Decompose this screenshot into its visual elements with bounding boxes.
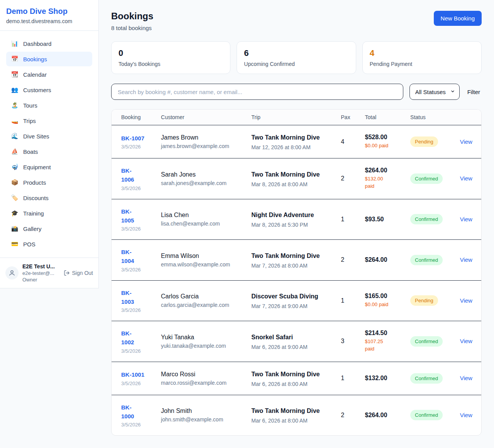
user-role: Owner (22, 277, 60, 283)
sign-out-label: Sign Out (72, 270, 93, 276)
sidebar-item-products[interactable]: 📦Products (6, 175, 92, 190)
trip-name: Night Dive Adventure (251, 211, 320, 220)
trip-cell: Two Tank Morning Dive Mar 7, 2026 at 8:0… (245, 240, 335, 281)
trip-cell: Discover Scuba Diving Mar 7, 2026 at 9:0… (245, 280, 335, 321)
sidebar-item-dive-sites[interactable]: 🌊Dive Sites (6, 129, 92, 143)
boats-icon: ⛵ (11, 148, 19, 155)
customer-cell: Sarah Jones sarah.jones@example.com (155, 158, 245, 199)
discounts-icon: 🏷️ (11, 194, 19, 201)
booking-date: 3/5/2026 (121, 144, 149, 150)
sidebar-item-equipment[interactable]: 🤿Equipment (6, 160, 92, 174)
status-cell: Confirmed (404, 158, 454, 199)
sidebar-item-discounts[interactable]: 🏷️Discounts (6, 190, 92, 205)
sidebar-item-label: Bookings (23, 56, 47, 62)
view-cell: View (454, 158, 481, 199)
view-link[interactable]: View (460, 412, 472, 418)
total-amount: $93.50 (365, 216, 398, 223)
column-header-status: Status (404, 109, 454, 125)
filter-button[interactable]: Filter (466, 86, 482, 98)
customer-email: lisa.chen@example.com (161, 221, 239, 227)
sidebar-item-boats[interactable]: ⛵Boats (6, 144, 92, 159)
booking-id-link[interactable]: BK-1004 (121, 248, 138, 266)
sidebar-item-training[interactable]: 🎓Training (6, 206, 92, 221)
table-row: BK-1003 3/5/2026 Carlos Garcia carlos.ga… (112, 280, 481, 321)
shop-header: Demo Dive Shop demo.test.divestreams.com (0, 0, 98, 31)
view-link[interactable]: View (460, 138, 472, 145)
trip-datetime: Mar 7, 2026 at 8:00 AM (251, 263, 328, 269)
sidebar-item-label: Tours (23, 102, 37, 109)
booking-date: 3/5/2026 (121, 348, 149, 354)
trip-name: Snorkel Safari (251, 333, 320, 342)
total-amount: $132.00 (365, 375, 398, 382)
booking-date: 3/5/2026 (121, 422, 149, 428)
sidebar-item-gallery[interactable]: 📸Gallery (6, 221, 92, 236)
status-cell: Confirmed (404, 395, 454, 435)
bookings-table: BookingCustomerTripPaxTotalStatus BK-100… (112, 109, 481, 435)
sidebar-item-label: POS (23, 241, 36, 248)
trip-datetime: Mar 12, 2026 at 8:00 AM (251, 144, 328, 150)
stat-value: 4 (370, 48, 474, 58)
pax-cell: 1 (335, 199, 359, 240)
sidebar-item-label: Equipment (23, 164, 51, 170)
equipment-icon: 🤿 (11, 163, 19, 170)
booking-id-link[interactable]: BK-1006 (121, 166, 138, 184)
customer-name: Yuki Tanaka (161, 334, 239, 341)
sidebar-item-label: Dive Sites (23, 133, 49, 140)
trip-datetime: Mar 6, 2026 at 9:00 AM (251, 344, 328, 350)
status-cell: Pending (404, 280, 454, 321)
sidebar-item-dashboard[interactable]: 📊Dashboard (6, 36, 92, 51)
customer-name: John Smith (161, 408, 239, 414)
status-cell: Confirmed (404, 321, 454, 362)
view-cell: View (454, 321, 481, 362)
booking-date: 3/5/2026 (121, 226, 149, 232)
booking-id-link[interactable]: BK-1007 (121, 134, 144, 143)
booking-id-link[interactable]: BK-1002 (121, 329, 138, 347)
booking-id-link[interactable]: BK-1005 (121, 207, 138, 225)
table-header: BookingCustomerTripPaxTotalStatus (112, 109, 481, 125)
sign-out-button[interactable]: Sign Out (64, 270, 93, 276)
paid-amount: $107.25 paid (365, 338, 394, 353)
products-icon: 📦 (11, 179, 19, 186)
sidebar-item-label: Customers (23, 87, 51, 93)
sidebar-item-trips[interactable]: 🚤Trips (6, 113, 92, 128)
sidebar-item-pos[interactable]: 💳POS (6, 237, 92, 251)
trip-name: Two Tank Morning Dive (251, 170, 320, 179)
view-link[interactable]: View (460, 297, 472, 304)
tours-icon: 🏝️ (11, 102, 19, 109)
new-booking-button[interactable]: New Booking (434, 11, 482, 26)
sidebar-item-tours[interactable]: 🏝️Tours (6, 98, 92, 113)
sidebar-item-bookings[interactable]: 📅Bookings (6, 52, 92, 66)
trip-cell: Night Dive Adventure Mar 8, 2026 at 5:30… (245, 199, 335, 240)
status-badge: Confirmed (410, 255, 443, 265)
booking-id-link[interactable]: BK-1001 (121, 370, 144, 379)
booking-id-link[interactable]: BK-1003 (121, 288, 138, 307)
customer-cell: James Brown james.brown@example.com (155, 125, 245, 158)
pos-icon: 💳 (11, 241, 19, 248)
table-row: BK-1006 3/5/2026 Sarah Jones sarah.jones… (112, 158, 481, 199)
sidebar-item-calendar[interactable]: 📆Calendar (6, 67, 92, 82)
user-meta: E2E Test U... e2e-tester@... Owner (22, 263, 60, 283)
view-link[interactable]: View (460, 175, 472, 182)
column-header-customer: Customer (155, 109, 245, 125)
sidebar-item-label: Discounts (23, 195, 49, 201)
table-row: BK-1002 3/5/2026 Yuki Tanaka yuki.tanaka… (112, 321, 481, 362)
booking-id-link[interactable]: BK-1000 (121, 403, 138, 421)
page-header-text: Bookings 8 total bookings (111, 11, 153, 31)
customer-email: carlos.garcia@example.com (161, 302, 239, 308)
sidebar-item-label: Training (23, 210, 44, 217)
search-input[interactable] (111, 84, 403, 100)
view-link[interactable]: View (460, 338, 472, 344)
customer-email: james.brown@example.com (161, 143, 239, 149)
view-link[interactable]: View (460, 256, 472, 263)
view-link[interactable]: View (460, 375, 472, 381)
booking-date: 3/5/2026 (121, 185, 149, 191)
view-link[interactable]: View (460, 216, 472, 222)
status-filter-select[interactable]: All Statuses (409, 84, 460, 100)
customer-cell: Lisa Chen lisa.chen@example.com (155, 199, 245, 240)
booking-date: 3/5/2026 (121, 381, 149, 386)
sidebar-item-customers[interactable]: 👥Customers (6, 83, 92, 97)
table-row: BK-1000 3/5/2026 John Smith john.smith@e… (112, 395, 481, 435)
status-badge: Confirmed (410, 214, 443, 224)
trip-name: Two Tank Morning Dive (251, 251, 320, 261)
table-row: BK-1007 3/5/2026 James Brown james.brown… (112, 125, 481, 158)
